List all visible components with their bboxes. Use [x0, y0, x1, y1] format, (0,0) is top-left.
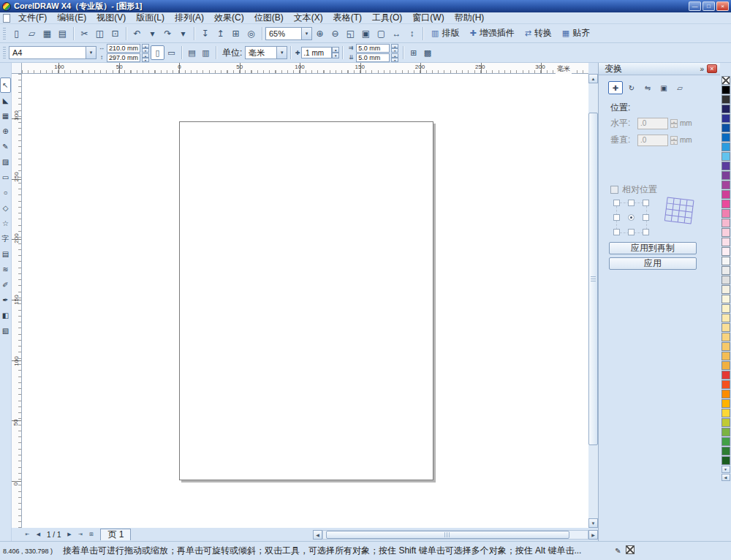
- outline-tool[interactable]: ✒: [0, 292, 11, 308]
- landscape-button[interactable]: ▭: [164, 45, 178, 60]
- palette-flyout-button[interactable]: ◀: [721, 474, 730, 481]
- menu-item[interactable]: 窗口(W): [407, 12, 449, 23]
- convert-button[interactable]: ⇄ 转换: [520, 26, 557, 41]
- zoom-tool[interactable]: ⊕: [0, 124, 11, 139]
- position-transform-button[interactable]: ✚: [608, 81, 623, 94]
- last-page-button[interactable]: ⇥: [75, 529, 86, 540]
- duplicate-distance-y-input[interactable]: 5.0 mm: [356, 53, 390, 62]
- undo-dropdown-icon[interactable]: ▾: [145, 26, 160, 41]
- menu-item[interactable]: 视图(V): [91, 12, 131, 23]
- snap-button[interactable]: ▦ 贴齐: [557, 26, 595, 41]
- color-swatch[interactable]: [721, 209, 730, 218]
- redo-icon[interactable]: ↷: [160, 26, 175, 41]
- size-transform-button[interactable]: ▣: [656, 81, 671, 94]
- color-swatch[interactable]: [721, 371, 730, 379]
- menu-item[interactable]: 位图(B): [249, 12, 289, 23]
- color-swatch[interactable]: [721, 152, 730, 161]
- color-swatch[interactable]: [721, 352, 730, 360]
- zoom-combo-dropdown-icon[interactable]: ▾: [301, 28, 311, 39]
- color-swatch[interactable]: [721, 304, 730, 313]
- scroll-left-button[interactable]: ◀: [313, 530, 322, 540]
- polygon-tool[interactable]: ◇: [0, 200, 11, 216]
- app-launcher-icon[interactable]: ⊞: [228, 26, 243, 41]
- color-swatch[interactable]: [721, 276, 730, 284]
- nudge-offset-spinner[interactable]: ▴▾: [332, 47, 339, 58]
- treat-as-filled-button[interactable]: ▩: [420, 45, 434, 60]
- basic-shapes-tool[interactable]: ☆: [0, 216, 11, 231]
- menu-item[interactable]: 效果(C): [209, 12, 249, 23]
- horizontal-spinner[interactable]: ▴▾: [670, 119, 678, 128]
- shape-tool[interactable]: ◣: [0, 93, 11, 108]
- zoom-selected-icon[interactable]: ◱: [343, 26, 358, 41]
- color-swatch[interactable]: [721, 333, 730, 341]
- zoom-page-icon[interactable]: ▢: [374, 26, 389, 41]
- text-tool[interactable]: 字: [0, 231, 11, 246]
- color-swatch[interactable]: [721, 200, 730, 208]
- open-icon[interactable]: ▱: [24, 26, 39, 41]
- anchor-middle-right[interactable]: [643, 214, 649, 221]
- corel-online-icon[interactable]: ◎: [243, 26, 259, 41]
- horizontal-scroll-track[interactable]: [322, 530, 588, 540]
- scroll-down-button[interactable]: ▼: [588, 518, 598, 528]
- previous-page-button[interactable]: ◀: [33, 529, 44, 540]
- color-swatch[interactable]: [721, 380, 730, 389]
- smart-fill-tool[interactable]: ▨: [0, 154, 11, 170]
- color-swatch[interactable]: [721, 105, 730, 113]
- docker-expand-icon[interactable]: »: [697, 65, 707, 73]
- color-swatch[interactable]: [721, 428, 730, 436]
- color-swatch[interactable]: [721, 219, 730, 227]
- horizontal-input[interactable]: .0: [637, 118, 668, 129]
- anchor-bottom-left[interactable]: [613, 229, 620, 235]
- apply-to-duplicate-button[interactable]: 应用到再制: [609, 242, 697, 254]
- color-swatch[interactable]: [721, 295, 730, 303]
- skew-transform-button[interactable]: ▱: [673, 81, 687, 94]
- vertical-scrollbar[interactable]: ▲ ▼: [588, 74, 598, 528]
- paper-size-dropdown-icon[interactable]: ▾: [86, 47, 96, 58]
- anchor-point-grid[interactable]: [613, 200, 649, 235]
- all-pages-button[interactable]: ▤: [185, 45, 199, 60]
- redo-dropdown-icon[interactable]: ▾: [175, 26, 191, 41]
- table-tool[interactable]: ▤: [0, 246, 11, 262]
- color-swatch[interactable]: [721, 447, 730, 455]
- color-swatch[interactable]: [721, 257, 730, 265]
- horizontal-scrollbar[interactable]: ◀ ▶: [313, 529, 598, 540]
- color-swatch[interactable]: [721, 114, 730, 123]
- close-button[interactable]: ×: [716, 1, 729, 11]
- menu-item[interactable]: 文件(F): [13, 12, 52, 23]
- paper-width-spinner[interactable]: ▴▾: [142, 44, 149, 53]
- portrait-button[interactable]: ▯: [151, 45, 164, 60]
- toolbar-drag-handle[interactable]: [3, 47, 6, 58]
- anchor-center[interactable]: [628, 214, 635, 221]
- toolbar-drag-handle[interactable]: [3, 28, 6, 39]
- freehand-tool[interactable]: ✎: [0, 139, 11, 154]
- nudge-offset-input[interactable]: .1 mm: [301, 47, 332, 58]
- color-swatch[interactable]: [721, 162, 730, 170]
- anchor-bottom-right[interactable]: [643, 229, 649, 235]
- color-swatch[interactable]: [721, 238, 730, 246]
- no-color-swatch[interactable]: [721, 76, 730, 85]
- export-icon[interactable]: ↥: [213, 26, 228, 41]
- crop-tool[interactable]: ▦: [0, 108, 11, 124]
- palette-scroll-down-button[interactable]: ▼: [721, 466, 730, 473]
- duplicate-distance-x-spinner[interactable]: ▴▾: [391, 44, 398, 53]
- vertical-scroll-thumb[interactable]: [588, 113, 598, 445]
- vertical-ruler[interactable]: 300250200150100500: [12, 74, 22, 528]
- anchor-top-center[interactable]: [628, 200, 635, 206]
- rotate-transform-button[interactable]: ↻: [624, 81, 639, 94]
- copy-icon[interactable]: ◫: [92, 26, 107, 41]
- menu-item[interactable]: 版面(L): [131, 12, 170, 23]
- scroll-right-button[interactable]: ▶: [588, 530, 598, 540]
- minimize-button[interactable]: —: [689, 1, 701, 11]
- fill-tool[interactable]: ◧: [0, 308, 11, 323]
- zoom-in-icon[interactable]: ⊕: [312, 26, 327, 41]
- add-page-button[interactable]: ⊞: [86, 529, 96, 540]
- paste-icon[interactable]: ⊡: [107, 26, 123, 41]
- paper-width-input[interactable]: 210.0 mm: [107, 44, 140, 53]
- color-swatch[interactable]: [721, 399, 730, 408]
- color-swatch[interactable]: [721, 228, 730, 237]
- color-swatch[interactable]: [721, 314, 730, 322]
- next-page-button[interactable]: ▶: [64, 529, 75, 540]
- color-swatch[interactable]: [721, 86, 730, 94]
- anchor-bottom-center[interactable]: [628, 229, 635, 235]
- maximize-button[interactable]: □: [702, 1, 715, 11]
